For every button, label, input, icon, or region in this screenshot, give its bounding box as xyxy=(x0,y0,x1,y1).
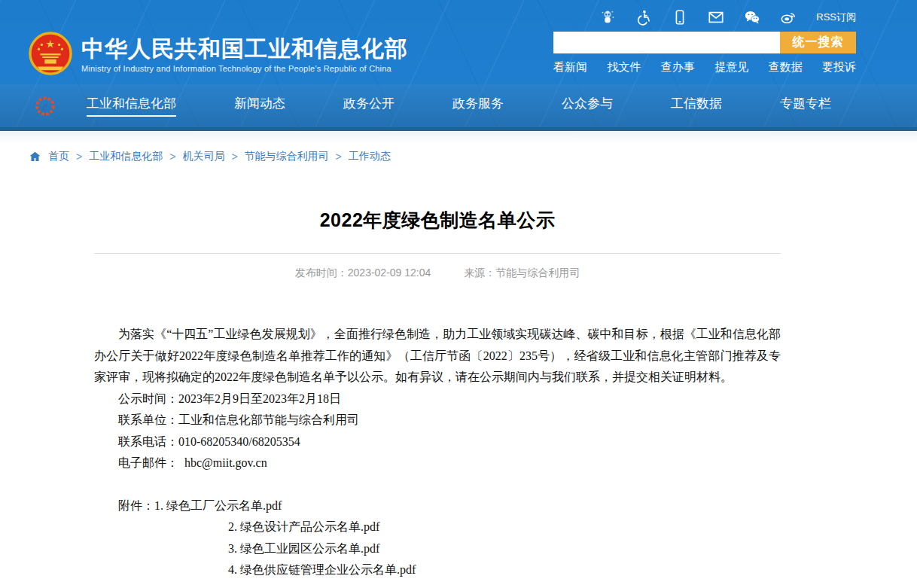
nav-item-special-topics[interactable]: 专题专栏 xyxy=(780,95,831,117)
breadcrumb-separator: > xyxy=(76,151,82,163)
site-title-cn: 中华人民共和国工业和信息化部 xyxy=(81,36,408,62)
attachment-green-supply-chain-pdf[interactable]: 4. 绿色供应链管理企业公示名单.pdf xyxy=(228,563,416,576)
unified-search-input[interactable] xyxy=(553,32,780,53)
breadcrumb-separator: > xyxy=(169,151,175,163)
brand-titles: 中华人民共和国工业和信息化部 Ministry of Industry and … xyxy=(81,36,408,73)
breadcrumb-home[interactable]: 首页 xyxy=(48,150,69,163)
attachment-green-design-products-pdf[interactable]: 2. 绿色设计产品公示名单.pdf xyxy=(228,520,379,533)
article-meta: 发布时间：2023-02-09 12:04 来源：节能与综合利用司 xyxy=(94,267,781,280)
attachments: 附件：1. 绿色工厂公示名单.pdf 2. 绿色设计产品公示名单.pdf 3. … xyxy=(94,495,781,581)
nav-item-gov-services[interactable]: 政务服务 xyxy=(452,95,504,117)
publicity-period-line: 公示时间：2023年2月9日至2023年2月18日 xyxy=(94,388,781,410)
breadcrumb-miit[interactable]: 工业和信息化部 xyxy=(89,150,163,163)
nav-item-gov-disclosure[interactable]: 政务公开 xyxy=(343,95,395,117)
accessibility-icon[interactable] xyxy=(635,9,652,26)
site-header: RSS订阅 中华人民共和国工业和信息化部 Ministry of Industr… xyxy=(0,0,917,131)
breadcrumb-separator: > xyxy=(231,151,237,163)
weibo-icon[interactable] xyxy=(780,9,797,26)
quick-link-complaint[interactable]: 要投诉 xyxy=(822,60,856,75)
attachment-green-factory-pdf[interactable]: 1. 绿色工厂公示名单.pdf xyxy=(154,499,282,512)
header-main: 中华人民共和国工业和信息化部 Ministry of Industry and … xyxy=(0,29,917,84)
publish-time-label: 发布时间： xyxy=(295,267,348,279)
contact-email-line: 电子邮件： hbc@miit.gov.cn xyxy=(94,452,781,474)
breadcrumb: 首页 > 工业和信息化部 > 机关司局 > 节能与综合利用司 > 工作动态 xyxy=(0,131,917,182)
contact-unit-line: 联系单位：工业和信息化部节能与综合利用司 xyxy=(94,410,781,431)
source-label: 来源： xyxy=(464,267,495,279)
national-emblem-icon xyxy=(29,32,72,77)
nav-item-miit-data[interactable]: 工信数据 xyxy=(671,95,722,117)
rss-subscribe-link[interactable]: RSS订阅 xyxy=(816,11,856,24)
quick-link-news[interactable]: 看新闻 xyxy=(553,60,587,75)
svg-text:e: e xyxy=(42,99,48,114)
mobile-icon[interactable] xyxy=(672,9,688,26)
nav-item-miit[interactable]: 工业和信息化部 xyxy=(87,95,176,117)
miit-e-logo-icon[interactable]: e xyxy=(34,95,56,117)
ai-assistant-icon[interactable] xyxy=(599,9,616,26)
mail-icon[interactable] xyxy=(708,9,724,26)
article-paragraph: 为落实《“十四五”工业绿色发展规划》，全面推行绿色制造，助力工业领域实现碳达峰、… xyxy=(94,324,781,388)
search-area: 统一搜索 看新闻 找文件 查办事 提意见 查数据 要投诉 xyxy=(553,32,856,75)
quick-link-feedback[interactable]: 提意见 xyxy=(714,60,748,75)
article-title: 2022年度绿色制造名单公示 xyxy=(94,208,781,233)
nav-items: 工业和信息化部 新闻动态 政务公开 政务服务 公众参与 工信数据 专题专栏 xyxy=(87,95,831,117)
quick-link-data[interactable]: 查数据 xyxy=(769,60,803,75)
breadcrumb-separator: > xyxy=(336,151,342,163)
wechat-icon[interactable] xyxy=(744,9,760,26)
home-icon[interactable] xyxy=(29,151,41,163)
brand[interactable]: 中华人民共和国工业和信息化部 Ministry of Industry and … xyxy=(29,32,408,77)
title-divider xyxy=(94,253,781,254)
quick-links: 看新闻 找文件 查办事 提意见 查数据 要投诉 xyxy=(553,60,856,75)
attachment-green-industrial-parks-pdf[interactable]: 3. 绿色工业园区公示名单.pdf xyxy=(228,542,379,555)
breadcrumb-work-updates[interactable]: 工作动态 xyxy=(349,150,391,163)
source-value: 节能与综合利用司 xyxy=(495,267,580,279)
contact-phone-line: 联系电话：010-68205340/68205354 xyxy=(94,431,781,453)
article-body: 为落实《“十四五”工业绿色发展规划》，全面推行绿色制造，助力工业领域实现碳达峰、… xyxy=(94,324,781,581)
nav-item-news[interactable]: 新闻动态 xyxy=(234,95,285,117)
main-navbar: e 工业和信息化部 新闻动态 政务公开 政务服务 公众参与 工信数据 专题专栏 xyxy=(0,84,917,131)
breadcrumb-energy-dept[interactable]: 节能与综合利用司 xyxy=(245,150,329,163)
nav-item-public-participation[interactable]: 公众参与 xyxy=(562,95,613,117)
quick-link-services[interactable]: 查办事 xyxy=(661,60,695,75)
topbar: RSS订阅 xyxy=(0,6,917,29)
unified-search-button[interactable]: 统一搜索 xyxy=(780,32,856,53)
quick-link-documents[interactable]: 找文件 xyxy=(607,60,641,75)
publish-time-value: 2023-02-09 12:04 xyxy=(348,267,431,279)
article: 2022年度绿色制造名单公示 发布时间：2023-02-09 12:04 来源：… xyxy=(94,208,781,581)
breadcrumb-departments[interactable]: 机关司局 xyxy=(182,150,224,163)
attachments-label: 附件： xyxy=(118,499,154,512)
site-title-en: Ministry of Industry and Information Tec… xyxy=(81,64,408,73)
